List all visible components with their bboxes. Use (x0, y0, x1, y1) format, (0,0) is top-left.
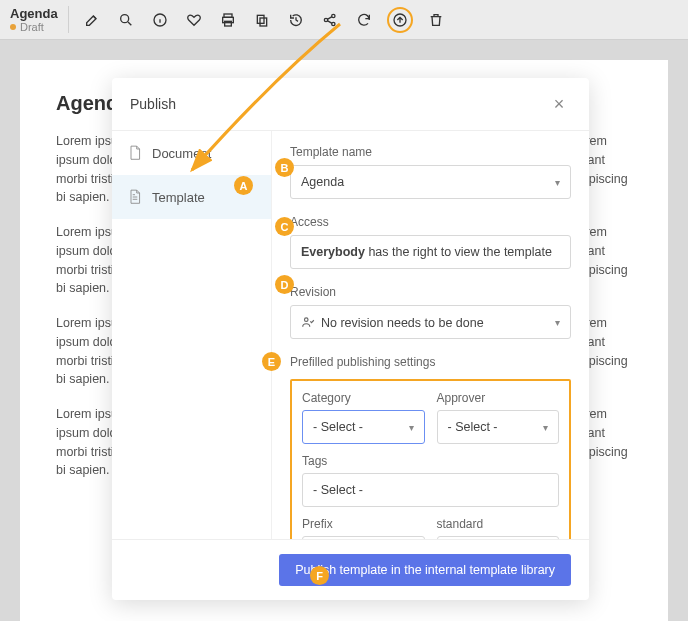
field-access: Access Everybody has the right to view t… (290, 215, 571, 269)
edit-button[interactable] (81, 9, 103, 31)
field-label: Access (290, 215, 571, 229)
doc-title: Agenda (10, 6, 58, 21)
modal-content: Template name Agenda ▾ Access Everybody … (272, 131, 589, 539)
svg-point-11 (305, 317, 309, 321)
modal-header: Publish × (112, 78, 589, 131)
field-revision: Revision No revision needs to be done ▾ (290, 285, 571, 339)
annotation-badge-f: F (310, 566, 329, 585)
title-block: Agenda Draft (10, 6, 69, 33)
modal-title: Publish (130, 96, 176, 112)
status-dot-icon (10, 24, 16, 30)
field-label: Approver (437, 391, 560, 405)
field-label: Template name (290, 145, 571, 159)
select-value: - Select - (313, 420, 363, 434)
doc-status: Draft (10, 21, 58, 33)
approver-select[interactable]: - Select - ▾ (437, 410, 560, 444)
publish-modal: Publish × Document Template Template nam… (112, 78, 589, 600)
copy-icon (254, 12, 270, 28)
sidebar-item-label: Template (152, 190, 205, 205)
field-category: Category - Select - ▾ (302, 391, 425, 444)
annotation-badge-e: E (262, 352, 281, 371)
select-value: - Select - (313, 483, 363, 497)
chevron-down-icon: ▾ (555, 317, 560, 328)
doc-status-label: Draft (20, 21, 44, 33)
info-icon (152, 12, 168, 28)
modal-body: Document Template Template name Agenda ▾… (112, 131, 589, 539)
field-approver: Approver - Select - ▾ (437, 391, 560, 444)
field-label: Tags (302, 454, 559, 468)
publish-highlight-ring (387, 7, 413, 33)
info-button[interactable] (149, 9, 171, 31)
annotation-badge-b: B (275, 158, 294, 177)
select-value: Agenda (301, 175, 344, 189)
category-select[interactable]: - Select - ▾ (302, 410, 425, 444)
print-icon (220, 12, 236, 28)
delete-button[interactable] (425, 9, 447, 31)
history-icon (288, 12, 304, 28)
toolbar (81, 7, 447, 33)
refresh-icon (356, 12, 372, 28)
topbar: Agenda Draft (0, 0, 688, 40)
chevron-down-icon: ▾ (409, 422, 414, 433)
svg-rect-6 (260, 18, 267, 26)
field-template-name: Template name Agenda ▾ (290, 145, 571, 199)
refresh-button[interactable] (353, 9, 375, 31)
tags-select[interactable]: - Select - (302, 473, 559, 507)
chevron-down-icon: ▾ (555, 177, 560, 188)
publish-button[interactable] (389, 9, 411, 31)
search-icon (118, 12, 134, 28)
print-button[interactable] (217, 9, 239, 31)
favorite-button[interactable] (183, 9, 205, 31)
field-standard: standard - Select - ▾ (437, 517, 560, 539)
copy-button[interactable] (251, 9, 273, 31)
field-prefix: Prefix - Select - ▾ (302, 517, 425, 539)
user-check-icon (301, 315, 315, 329)
share-icon (322, 12, 338, 28)
svg-point-0 (120, 14, 128, 22)
select-value: No revision needs to be done (301, 315, 484, 330)
heart-icon (186, 12, 202, 28)
trash-icon (428, 12, 444, 28)
select-value: - Select - (448, 420, 498, 434)
sidebar-item-label: Document (152, 146, 211, 161)
access-select[interactable]: Everybody has the right to view the temp… (290, 235, 571, 269)
revision-select[interactable]: No revision needs to be done ▾ (290, 305, 571, 339)
document-icon (128, 145, 142, 161)
template-icon (128, 189, 142, 205)
history-button[interactable] (285, 9, 307, 31)
field-tags: Tags - Select - (302, 454, 559, 507)
annotation-badge-a: A (234, 176, 253, 195)
prefill-settings-box: Category - Select - ▾ Approver - Select … (290, 379, 571, 539)
field-label: Category (302, 391, 425, 405)
annotation-badge-d: D (275, 275, 294, 294)
pencil-square-icon (84, 12, 100, 28)
select-value: Everybody has the right to view the temp… (301, 245, 552, 259)
close-icon: × (554, 94, 565, 114)
field-label: Prefix (302, 517, 425, 531)
field-label: standard (437, 517, 560, 531)
search-button[interactable] (115, 9, 137, 31)
close-button[interactable]: × (547, 92, 571, 116)
sidebar-item-document[interactable]: Document (112, 131, 271, 175)
prefill-section-title: Prefilled publishing settings (290, 355, 571, 369)
svg-rect-5 (257, 15, 264, 23)
chevron-down-icon: ▾ (543, 422, 548, 433)
field-label: Revision (290, 285, 571, 299)
template-name-select[interactable]: Agenda ▾ (290, 165, 571, 199)
annotation-badge-c: C (275, 217, 294, 236)
upload-icon (392, 12, 408, 28)
share-button[interactable] (319, 9, 341, 31)
modal-footer: Publish template in the internal templat… (112, 539, 589, 600)
